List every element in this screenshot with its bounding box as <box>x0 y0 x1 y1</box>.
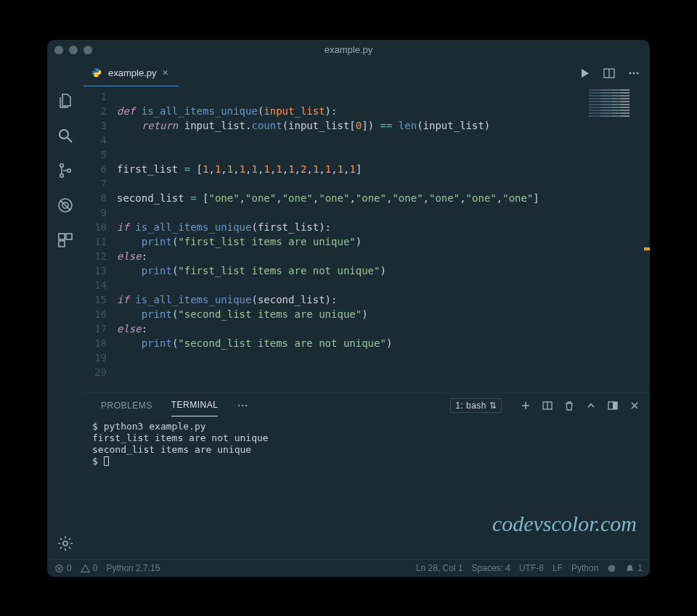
tab-label: example.py <box>108 67 156 78</box>
panel-tabs: PROBLEMS TERMINAL 1: bash ⇅ <box>83 393 650 418</box>
terminal-output[interactable]: $ python3 example.py first_list items ar… <box>83 418 650 559</box>
split-terminal-icon[interactable] <box>542 401 553 411</box>
svg-rect-23 <box>613 402 617 409</box>
main-area: 1234567891011121314151617181920 def is_a… <box>83 86 650 559</box>
svg-point-19 <box>245 404 248 406</box>
svg-rect-15 <box>59 241 65 247</box>
split-editor-icon[interactable] <box>603 67 615 79</box>
tab-problems[interactable]: PROBLEMS <box>101 395 152 416</box>
terminal-selector[interactable]: 1: bash ⇅ <box>450 398 502 413</box>
titlebar: example.py <box>47 40 650 60</box>
status-notifications[interactable]: 1 <box>625 563 643 573</box>
line-number-gutter: 1234567891011121314151617181920 <box>83 89 117 393</box>
svg-point-5 <box>60 130 68 139</box>
svg-point-7 <box>60 163 64 167</box>
svg-point-3 <box>633 72 635 74</box>
svg-point-16 <box>63 541 68 546</box>
python-icon <box>91 67 102 78</box>
svg-point-17 <box>238 404 240 406</box>
more-icon[interactable] <box>628 67 640 79</box>
close-panel-icon[interactable] <box>629 401 640 411</box>
svg-rect-13 <box>59 234 65 239</box>
search-icon[interactable] <box>55 126 76 146</box>
svg-point-18 <box>242 404 244 406</box>
window-controls <box>54 46 92 54</box>
activity-bar <box>47 86 83 559</box>
settings-icon[interactable] <box>55 533 76 554</box>
maximize-window-icon[interactable] <box>83 46 92 54</box>
code-content[interactable]: def is_all_items_unique(input_list): ret… <box>117 89 650 393</box>
svg-point-25 <box>608 564 616 572</box>
app-window: example.py example.py × <box>47 40 650 577</box>
tab-terminal[interactable]: TERMINAL <box>171 394 219 416</box>
overview-ruler-marker <box>644 247 650 250</box>
window-title: example.py <box>47 44 650 55</box>
status-cursor-position[interactable]: Ln 28, Col 1 <box>416 563 463 573</box>
svg-point-9 <box>68 168 71 172</box>
svg-point-8 <box>60 173 64 177</box>
minimize-window-icon[interactable] <box>69 46 78 54</box>
run-icon[interactable] <box>579 67 590 79</box>
new-terminal-icon[interactable] <box>521 401 531 411</box>
status-feedback-icon[interactable] <box>607 564 616 573</box>
tab-bar: example.py × <box>47 60 650 86</box>
kill-terminal-icon[interactable] <box>564 401 574 411</box>
editor[interactable]: 1234567891011121314151617181920 def is_a… <box>83 86 650 393</box>
git-icon[interactable] <box>55 160 76 181</box>
panel-actions <box>521 401 640 411</box>
panel-more-icon[interactable] <box>237 400 248 411</box>
status-errors[interactable]: 0 <box>54 563 72 573</box>
status-language[interactable]: Python <box>571 563 598 573</box>
status-bar: 0 0 Python 2.7.15 Ln 28, Col 1 Spaces: 4… <box>47 559 650 577</box>
files-icon[interactable] <box>55 91 76 111</box>
maximize-panel-icon[interactable] <box>608 401 618 411</box>
status-eol[interactable]: LF <box>553 563 563 573</box>
panel: PROBLEMS TERMINAL 1: bash ⇅ <box>83 393 650 559</box>
close-window-icon[interactable] <box>54 46 63 54</box>
status-python-version[interactable]: Python 2.7.15 <box>106 563 160 573</box>
tab-example-py[interactable]: example.py × <box>83 60 179 86</box>
close-tab-icon[interactable]: × <box>162 67 168 78</box>
chevron-updown-icon: ⇅ <box>489 401 497 411</box>
svg-point-2 <box>629 72 632 74</box>
chevron-up-icon[interactable] <box>586 401 596 411</box>
svg-line-11 <box>60 200 70 210</box>
svg-rect-14 <box>66 234 72 239</box>
extensions-icon[interactable] <box>55 230 76 250</box>
status-spaces[interactable]: Spaces: 4 <box>472 563 510 573</box>
svg-line-6 <box>68 138 72 142</box>
debug-icon[interactable] <box>55 195 76 215</box>
editor-actions <box>579 60 650 86</box>
status-encoding[interactable]: UTF-8 <box>519 563 544 573</box>
status-warnings[interactable]: 0 <box>81 563 98 573</box>
svg-point-4 <box>637 72 639 74</box>
